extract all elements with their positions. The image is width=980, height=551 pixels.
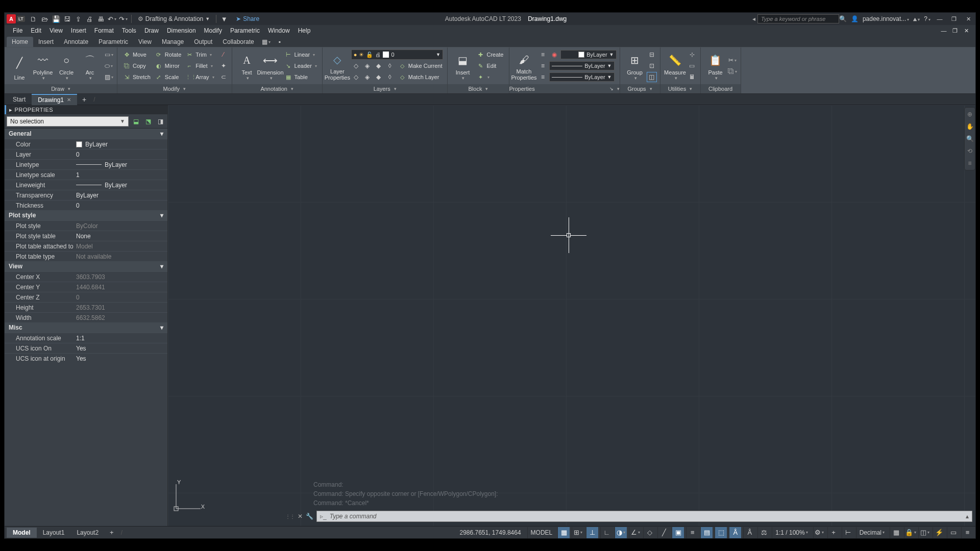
dimension-button[interactable]: ⟷Dimension: [259, 50, 282, 82]
properties-list[interactable]: General▾ ColorByLayer Layer0 LinetypeByL…: [5, 129, 167, 526]
search-input[interactable]: Type a keyword or phrase: [757, 14, 839, 23]
menu-format[interactable]: Format: [90, 25, 118, 36]
panel-title-draw[interactable]: Draw: [5, 84, 117, 93]
anno-scale-icon[interactable]: ⚖: [757, 527, 770, 538]
close-button[interactable]: ✕: [963, 15, 973, 23]
menu-file[interactable]: File: [9, 25, 27, 36]
cmd-customize-icon[interactable]: 🔧: [306, 513, 313, 520]
qat-plot-icon[interactable]: 🖨: [85, 14, 95, 24]
doc-minimize-button[interactable]: —: [939, 27, 949, 35]
new-layout-button[interactable]: +: [105, 527, 119, 538]
move-button[interactable]: ✥Move: [120, 49, 153, 60]
line-button[interactable]: ╱Line: [8, 50, 31, 82]
menu-dimension[interactable]: Dimension: [163, 25, 200, 36]
nav-orbit-icon[interactable]: ⟲: [965, 146, 974, 156]
explode-icon[interactable]: ✦: [218, 61, 229, 71]
qat-redo-icon[interactable]: ↷: [118, 14, 129, 24]
search-prev-icon[interactable]: ◂: [752, 15, 755, 22]
menu-window[interactable]: Window: [264, 25, 294, 36]
qat-web-icon[interactable]: ⇪: [74, 14, 84, 24]
menu-draw[interactable]: Draw: [140, 25, 163, 36]
dyn-toggle[interactable]: ▤: [700, 527, 713, 538]
polyline-button[interactable]: 〰Polyline: [31, 50, 55, 82]
panel-title-annotation[interactable]: Annotation: [232, 84, 322, 93]
match-layer-button[interactable]: ◇Match Layer: [396, 72, 442, 82]
maximize-button[interactable]: ❐: [949, 15, 959, 23]
nav-zoom-icon[interactable]: 🔍: [965, 134, 974, 143]
transparency-toggle[interactable]: ▣: [672, 527, 684, 538]
section-misc[interactable]: Misc▾: [5, 322, 167, 333]
prop-color-icon[interactable]: ◉: [549, 49, 559, 60]
file-tab-start[interactable]: Start: [7, 94, 32, 105]
workspace-switch-icon[interactable]: ⚙: [813, 527, 825, 538]
isolate-icon[interactable]: ◫: [918, 527, 930, 538]
qat-undo-icon[interactable]: ↶: [107, 14, 117, 24]
text-button[interactable]: AText: [235, 50, 259, 82]
panel-title-layers[interactable]: Layers: [323, 84, 448, 93]
prop-lwt-icon[interactable]: ≡: [538, 61, 548, 71]
ribbon-focus-icon[interactable]: ▪: [275, 37, 285, 47]
cleanscreen-icon[interactable]: ▭: [947, 527, 959, 538]
stretch-button[interactable]: ⇲Stretch: [120, 72, 153, 82]
panel-title-utilities[interactable]: Utilities: [660, 84, 700, 93]
nav-bar[interactable]: ⊕ ✋ 🔍 ⟲ ≡: [964, 107, 975, 170]
menu-edit[interactable]: Edit: [27, 25, 45, 36]
ellipse-icon[interactable]: ⬭: [104, 61, 114, 71]
nav-menu-icon[interactable]: ≡: [965, 159, 974, 168]
ribbon-tab-manage[interactable]: Manage: [157, 37, 189, 47]
lineweight-combo[interactable]: ByLayer▼: [549, 61, 615, 70]
qp-toggle[interactable]: ⬚: [715, 527, 727, 538]
fillet-button[interactable]: ⌐Fillet: [183, 61, 216, 71]
autodesk-icon[interactable]: ⟁: [913, 15, 920, 22]
section-plot[interactable]: Plot style▾: [5, 210, 167, 220]
util-point-icon[interactable]: ⊹: [687, 49, 697, 60]
workspace-selector[interactable]: ⚙ Drafting & Annotation ▼: [138, 15, 210, 22]
selection-combo[interactable]: No selection▼: [7, 116, 129, 127]
erase-icon[interactable]: ∕: [218, 49, 229, 60]
nav-compass-icon[interactable]: ⊕: [965, 110, 974, 119]
color-combo[interactable]: ByLayer▼: [560, 50, 617, 59]
layer-off-icon[interactable]: ◇: [351, 61, 361, 71]
qat-print-icon[interactable]: 🖶: [96, 14, 106, 24]
search-icon[interactable]: 🔍: [839, 15, 847, 22]
minimize-button[interactable]: —: [935, 15, 945, 23]
linear-button[interactable]: ⊢Linear: [282, 49, 319, 60]
menu-modify[interactable]: Modify: [200, 25, 226, 36]
qat-save-icon[interactable]: 💾: [51, 14, 61, 24]
group-edit-icon[interactable]: ⊡: [647, 61, 657, 71]
copy-button[interactable]: ⿻Copy: [120, 61, 153, 71]
menu-parametric[interactable]: Parametric: [226, 25, 264, 36]
coordinates[interactable]: 2986.7651, 1749.8464: [455, 529, 525, 536]
lwt-toggle[interactable]: ╱: [657, 527, 670, 538]
space-toggle[interactable]: MODEL: [527, 527, 556, 538]
ribbon-tab-output[interactable]: Output: [189, 37, 217, 47]
ribbon-tab-parametric[interactable]: Parametric: [93, 37, 133, 47]
cycling-toggle[interactable]: ≡: [686, 527, 698, 538]
close-tab-icon[interactable]: ✕: [67, 97, 71, 103]
hatch-icon[interactable]: ▨: [104, 72, 114, 82]
circle-button[interactable]: ○Circle: [55, 50, 78, 82]
lockui-icon[interactable]: 🔒: [904, 527, 916, 538]
measure-button[interactable]: 📏Measure: [664, 50, 687, 82]
layout-tab-layout1[interactable]: Layout1: [37, 528, 71, 538]
panel-title-properties[interactable]: Properties↘: [509, 84, 620, 93]
grid-toggle[interactable]: ▦: [557, 527, 570, 538]
menu-help[interactable]: Help: [294, 25, 315, 36]
insert-block-button[interactable]: ⬓Insert: [451, 50, 474, 82]
section-view[interactable]: View▾: [5, 261, 167, 271]
menu-view[interactable]: View: [45, 25, 67, 36]
cmd-grip-icon[interactable]: ⋮⋮: [285, 514, 295, 519]
ribbon-tab-view[interactable]: View: [133, 37, 157, 47]
layout-tab-layout2[interactable]: Layout2: [70, 528, 105, 538]
scale-button[interactable]: ⤢Scale: [153, 72, 183, 82]
mirror-button[interactable]: ◐Mirror: [153, 61, 183, 71]
osnap-toggle[interactable]: ◇: [643, 527, 655, 538]
clip-copy-icon[interactable]: ⿻: [727, 66, 738, 77]
layer-on-icon[interactable]: ◇: [351, 72, 361, 82]
section-general[interactable]: General▾: [5, 129, 167, 139]
units-icon[interactable]: ⊢: [842, 527, 854, 538]
match-properties-button[interactable]: 🖌Match Properties: [512, 50, 536, 82]
layer-thaw-icon[interactable]: ◈: [362, 72, 373, 82]
ribbon-tab-home[interactable]: Home: [7, 37, 33, 47]
qat-open-icon[interactable]: 🗁: [40, 14, 50, 24]
